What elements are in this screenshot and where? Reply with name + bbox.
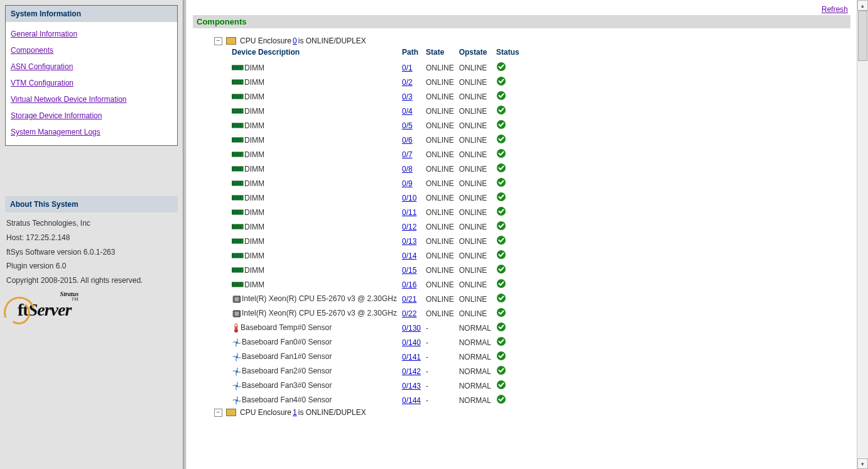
device-path-link[interactable]: 0/16 — [402, 280, 416, 289]
section-title: Components — [193, 15, 850, 28]
nav-link-components[interactable]: Components — [11, 46, 53, 55]
device-path-link[interactable]: 0/143 — [402, 382, 421, 390]
device-path-link[interactable]: 0/4 — [402, 107, 413, 116]
device-status — [496, 118, 524, 133]
device-desc: Baseboard Fan3#0 Sensor — [242, 381, 332, 390]
nav-link-storage-device-information[interactable]: Storage Device Information — [11, 111, 102, 120]
dimm-icon — [232, 194, 244, 202]
device-row: DIMM0/1ONLINEONLINE — [232, 60, 524, 75]
device-opstate: ONLINE — [459, 118, 496, 133]
nav-link-asn-configuration[interactable]: ASN Configuration — [11, 62, 73, 71]
svg-rect-85 — [232, 240, 234, 243]
component-tree: −CPU Enclosure 0 is ONLINE/DUPLEXDevice … — [193, 28, 850, 417]
device-path-link[interactable]: 0/8 — [402, 165, 413, 174]
tree-toggle[interactable]: − — [214, 409, 222, 417]
svg-rect-110 — [240, 283, 241, 286]
dimm-icon — [232, 180, 244, 187]
device-opstate: ONLINE — [459, 89, 496, 104]
device-path-link[interactable]: 0/5 — [402, 121, 413, 130]
nav-link-vtm-configuration[interactable]: VTM Configuration — [11, 79, 73, 87]
refresh-link[interactable]: Refresh — [822, 5, 848, 14]
device-row: DIMM0/14ONLINEONLINE — [232, 248, 524, 263]
device-desc-cell: DIMM — [232, 176, 402, 190]
svg-rect-10 — [236, 80, 237, 84]
device-state: ONLINE — [426, 75, 459, 89]
device-row: DIMM0/4ONLINEONLINE — [232, 104, 524, 118]
nav-link-virtual-network-device-information[interactable]: Virtual Network Device Information — [11, 95, 127, 104]
device-path-link[interactable]: 0/9 — [402, 179, 413, 188]
device-path-link[interactable]: 0/1 — [402, 63, 413, 72]
status-ok-icon — [496, 365, 506, 375]
enclosure-id-link[interactable]: 0 — [293, 36, 297, 45]
thermometer-icon — [232, 323, 241, 333]
device-opstate: ONLINE — [459, 205, 496, 219]
status-ok-icon — [496, 322, 506, 332]
status-ok-icon — [496, 394, 506, 404]
nav-link-system-management-logs[interactable]: System Management Logs — [11, 128, 100, 136]
fan-icon — [232, 352, 242, 362]
scroll-up-arrow-icon[interactable]: ▴ — [857, 0, 868, 11]
device-desc-cell: DIMM — [232, 118, 402, 133]
device-path-link[interactable]: 0/142 — [402, 367, 421, 376]
svg-rect-40 — [240, 138, 241, 141]
device-opstate: ONLINE — [459, 263, 496, 277]
tree-toggle[interactable]: − — [214, 37, 222, 45]
device-path-link[interactable]: 0/144 — [402, 396, 421, 405]
scroll-thumb[interactable] — [858, 11, 867, 61]
device-path-link[interactable]: 0/10 — [402, 194, 416, 202]
device-opstate: NORMAL — [459, 350, 496, 364]
col-state: State — [426, 46, 459, 60]
device-opstate: ONLINE — [459, 60, 496, 75]
col-opstate: Opstate — [459, 46, 496, 60]
device-desc-cell: DIMM — [232, 75, 402, 89]
device-path-link[interactable]: 0/6 — [402, 136, 413, 145]
device-row: DIMM0/15ONLINEONLINE — [232, 263, 524, 277]
device-path-link[interactable]: 0/3 — [402, 92, 413, 101]
svg-rect-73 — [236, 211, 237, 214]
device-path-link[interactable]: 0/14 — [402, 251, 416, 260]
device-path-link[interactable]: 0/12 — [402, 223, 416, 231]
svg-rect-4 — [238, 66, 239, 69]
device-opstate: ONLINE — [459, 277, 496, 292]
vertical-scrollbar[interactable]: ▴ ▾ — [857, 0, 868, 469]
device-path-link[interactable]: 0/140 — [402, 338, 421, 347]
svg-rect-54 — [240, 167, 241, 170]
dimm-icon — [232, 122, 244, 130]
svg-rect-79 — [234, 225, 236, 228]
device-row: Baseboard Temp#0 Sensor0/130-NORMAL — [232, 321, 524, 335]
device-state: - — [426, 350, 459, 364]
svg-rect-64 — [232, 196, 234, 199]
dimm-icon — [232, 252, 244, 260]
device-row: DIMM0/8ONLINEONLINE — [232, 162, 524, 176]
device-path-link[interactable]: 0/130 — [402, 324, 421, 333]
svg-rect-38 — [236, 138, 237, 141]
nav-link-general-information[interactable]: General Information — [11, 30, 77, 38]
device-path-link[interactable]: 0/22 — [402, 309, 416, 318]
device-path-link[interactable]: 0/7 — [402, 150, 413, 159]
device-path-link[interactable]: 0/11 — [402, 208, 416, 217]
device-state: - — [426, 364, 459, 378]
device-desc: DIMM — [244, 194, 264, 202]
status-ok-icon — [496, 336, 506, 346]
device-status — [496, 60, 524, 75]
device-path-link[interactable]: 0/13 — [402, 237, 416, 246]
device-opstate: ONLINE — [459, 147, 496, 162]
device-path-link[interactable]: 0/21 — [402, 295, 416, 304]
device-state: ONLINE — [426, 162, 459, 176]
scroll-down-arrow-icon[interactable]: ▾ — [857, 458, 868, 469]
enclosure-id-link[interactable]: 1 — [293, 408, 297, 417]
enclosure-icon — [226, 409, 236, 416]
device-path-link[interactable]: 0/141 — [402, 353, 421, 361]
device-desc-cell: Baseboard Fan2#0 Sensor — [232, 364, 402, 378]
status-ok-icon — [496, 206, 506, 216]
device-state: - — [426, 393, 459, 407]
device-row: DIMM0/2ONLINEONLINE — [232, 75, 524, 89]
device-path-link[interactable]: 0/15 — [402, 266, 416, 275]
device-path-link[interactable]: 0/2 — [402, 78, 413, 87]
device-opstate: ONLINE — [459, 306, 496, 321]
enclosure-row: −CPU Enclosure 0 is ONLINE/DUPLEX — [214, 36, 850, 46]
logo: Stratus ftServer™ — [6, 293, 176, 326]
device-row: Baseboard Fan3#0 Sensor0/143-NORMAL — [232, 378, 524, 393]
fan-icon — [232, 395, 242, 406]
dimm-icon — [232, 136, 244, 144]
